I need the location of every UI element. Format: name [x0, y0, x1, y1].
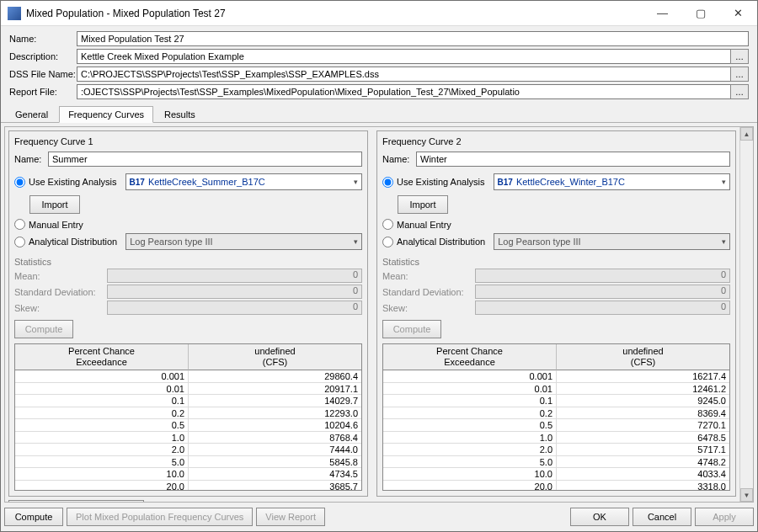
dss-browse-button[interactable]: …: [730, 66, 749, 82]
description-input[interactable]: [77, 49, 731, 64]
mean-value: 0: [475, 269, 730, 283]
table-row[interactable]: 2.05717.1: [383, 444, 729, 456]
app-window: Mixed Population - Mixed Population Test…: [0, 0, 758, 532]
frequency-curve-panel-1: Frequency Curve 1 Name: Use Existing Ana…: [8, 130, 368, 497]
report-browse-button[interactable]: …: [730, 84, 749, 99]
existing-analysis-combo[interactable]: B17 KettleCreek_Summer_B17C ▾: [125, 173, 362, 190]
cell-percent: 1.0: [15, 432, 189, 444]
analytical-distribution-label: Analytical Distribution: [29, 237, 117, 247]
analytical-distribution-radio[interactable]: [382, 237, 393, 247]
manual-entry-radio[interactable]: [382, 219, 393, 230]
table-row[interactable]: 0.212293.0: [15, 407, 361, 420]
curve-data-table: Percent ChanceExceedance undefined(CFS) …: [382, 343, 730, 491]
distribution-combo[interactable]: Log Pearson type III ▾: [494, 233, 730, 250]
cell-value: 10204.6: [189, 419, 361, 431]
table-row[interactable]: 2.07444.0: [15, 444, 361, 456]
apply-button[interactable]: Apply: [695, 508, 754, 526]
std-dev-value: 0: [107, 285, 362, 299]
table-row[interactable]: 5.05845.8: [15, 456, 361, 469]
cell-percent: 5.0: [15, 456, 189, 468]
tab-frequency-curves[interactable]: Frequency Curves: [59, 106, 153, 123]
scroll-down-icon[interactable]: ▼: [740, 488, 753, 502]
curve-title: Frequency Curve 1: [14, 136, 362, 146]
existing-analysis-combo[interactable]: B17 KettleCreek_Winter_B17C ▾: [494, 173, 730, 190]
description-browse-button[interactable]: …: [730, 49, 749, 64]
tab-general[interactable]: General: [6, 106, 57, 123]
frequency-curve-panel-2: Frequency Curve 2 Name: Use Existing Ana…: [376, 130, 736, 497]
compute-button[interactable]: Compute: [4, 508, 63, 526]
table-row[interactable]: 0.19245.0: [383, 395, 729, 407]
chevron-down-icon: ▾: [354, 237, 358, 246]
curve-name-label: Name:: [382, 154, 416, 164]
name-input[interactable]: [77, 31, 749, 46]
manual-entry-radio[interactable]: [14, 219, 25, 230]
mean-value: 0: [107, 269, 362, 283]
cell-value: 4033.4: [557, 468, 729, 480]
plot-mixed-frequency-curves-button[interactable]: Plot Mixed Population Frequency Curves: [67, 508, 253, 526]
cell-percent: 1.0: [383, 432, 557, 444]
cancel-button[interactable]: Cancel: [633, 508, 691, 526]
tab-results[interactable]: Results: [155, 106, 205, 123]
maximize-button[interactable]: ▢: [681, 1, 719, 25]
view-report-button[interactable]: View Report: [256, 508, 325, 526]
table-row[interactable]: 0.0112461.2: [383, 383, 729, 396]
cell-percent: 0.2: [383, 407, 557, 419]
table-row[interactable]: 10.04734.5: [15, 468, 361, 481]
tab-content: Frequency Curve 1 Name: Use Existing Ana…: [1, 123, 757, 531]
table-row[interactable]: 0.00129860.4: [15, 370, 361, 383]
use-existing-analysis-radio[interactable]: [14, 177, 25, 188]
cell-percent: 0.5: [383, 419, 557, 431]
use-existing-analysis-radio[interactable]: [382, 177, 393, 188]
cell-percent: 0.1: [383, 395, 557, 407]
table-row[interactable]: 20.03318.0: [383, 481, 729, 490]
skew-label: Skew:: [382, 303, 475, 313]
table-row[interactable]: 1.08768.4: [15, 432, 361, 444]
ok-button[interactable]: OK: [570, 508, 629, 526]
table-row[interactable]: 0.114029.7: [15, 395, 361, 407]
curve-compute-button[interactable]: Compute: [14, 320, 73, 338]
table-row[interactable]: 1.06478.5: [383, 432, 729, 444]
analysis-name: KettleCreek_Winter_B17C: [516, 177, 722, 187]
table-row[interactable]: 0.510204.6: [15, 419, 361, 432]
import-button[interactable]: Import: [29, 195, 80, 214]
analytical-distribution-radio[interactable]: [14, 237, 25, 247]
close-button[interactable]: ✕: [719, 1, 757, 25]
curve-name-input[interactable]: [416, 152, 730, 167]
col-percent-chance-exceedance: Percent ChanceExceedance: [15, 344, 189, 370]
analytical-distribution-label: Analytical Distribution: [397, 237, 485, 247]
distribution-combo[interactable]: Log Pearson type III ▾: [125, 233, 362, 250]
import-button[interactable]: Import: [398, 195, 448, 214]
minimize-button[interactable]: —: [643, 1, 681, 25]
table-row[interactable]: 20.03685.7: [15, 481, 361, 490]
table-row[interactable]: 5.04748.2: [383, 456, 729, 469]
curves-container: Frequency Curve 1 Name: Use Existing Ana…: [4, 126, 754, 503]
table-row[interactable]: 0.00116217.4: [383, 370, 729, 383]
use-existing-analysis-label: Use Existing Analysis: [397, 177, 485, 187]
table-row[interactable]: 0.0120917.1: [15, 383, 361, 396]
cell-percent: 2.0: [15, 444, 189, 455]
table-row[interactable]: 0.57270.1: [383, 419, 729, 432]
table-row[interactable]: 0.28369.4: [383, 407, 729, 420]
table-row[interactable]: 10.04033.4: [383, 468, 729, 481]
curves-vertical-scrollbar[interactable]: ▲ ▼: [739, 127, 753, 502]
cell-value: 5717.1: [557, 444, 729, 455]
use-existing-analysis-label: Use Existing Analysis: [29, 177, 117, 187]
std-dev-value: 0: [475, 285, 730, 299]
plot-input-frequency-curves-button[interactable]: Plot Input Frequency Curves: [8, 500, 144, 502]
cell-value: 7444.0: [189, 444, 361, 455]
manual-entry-label: Manual Entry: [397, 220, 451, 230]
mean-label: Mean:: [14, 271, 107, 281]
col-percent-chance-exceedance: Percent ChanceExceedance: [383, 344, 557, 370]
app-icon: [8, 7, 21, 20]
curve-name-input[interactable]: [48, 152, 362, 167]
cell-value: 4748.2: [557, 456, 729, 468]
cell-percent: 0.01: [15, 383, 189, 395]
titlebar: Mixed Population - Mixed Population Test…: [1, 1, 757, 26]
dss-file-input[interactable]: [77, 66, 731, 82]
curve-data-body[interactable]: 0.00116217.40.0112461.20.19245.00.28369.…: [383, 370, 729, 490]
scroll-up-icon[interactable]: ▲: [740, 127, 753, 141]
curve-compute-button[interactable]: Compute: [382, 320, 441, 338]
col-value-cfs: undefined(CFS): [557, 344, 729, 370]
report-file-input[interactable]: [77, 84, 731, 99]
curve-data-body[interactable]: 0.00129860.40.0120917.10.114029.70.21229…: [15, 370, 361, 490]
